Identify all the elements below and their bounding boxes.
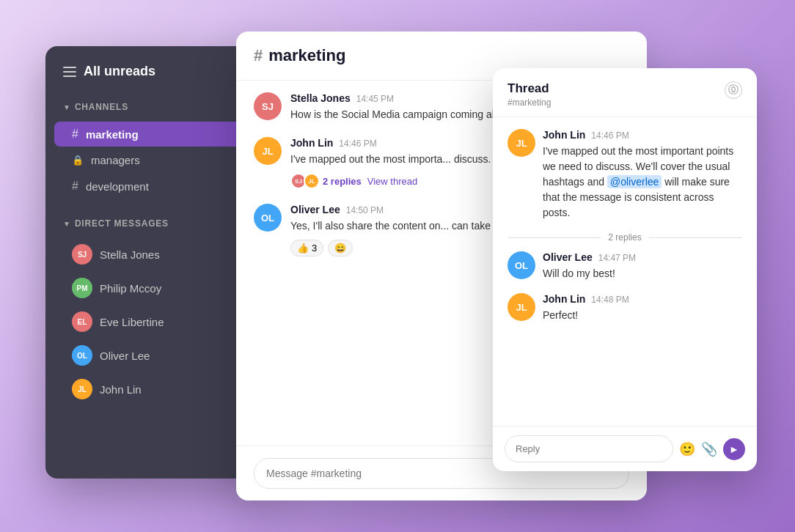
dm-name: John Lin [100,383,142,396]
message-time: 14:50 PM [346,205,384,215]
message-author: Stella Jones [290,92,351,104]
message-time: 14:45 PM [356,94,394,104]
thread-channel: #marketing [508,97,551,108]
thread-message-original: JL John Lin 14:46 PM I've mapped out the… [508,129,742,221]
sidebar-item-managers[interactable]: 🔒 managers [54,148,264,172]
hamburger-icon[interactable] [63,67,76,77]
thread-reply-oliver: OL Oliver Lee 14:47 PM Will do my best! [508,251,742,281]
message-time: 14:48 PM [591,295,629,305]
replies-count: 2 replies [323,176,362,187]
thread-close-button[interactable]: ⓪ [725,81,742,99]
avatar: JL [508,129,535,157]
dm-label: DIRECT MESSAGES [75,218,169,229]
thread-title: Thread [508,81,551,96]
dm-item-john[interactable]: JL John Lin [54,373,264,405]
channel-name: marketing [86,128,139,141]
reaction-thumbsup[interactable]: 👍 3 [290,240,323,256]
avatar: EL [72,311,92,332]
avatar: OL [508,251,535,279]
send-button[interactable]: ► [723,438,745,460]
dm-item-philip[interactable]: PM Philip Mccoy [54,272,264,304]
channel-title: marketing [268,46,345,65]
message-text: Will do my best! [543,266,742,281]
message-text: Perfect! [543,308,742,323]
avatar: JL [72,379,92,399]
message-author: John Lin [543,293,585,305]
dm-item-oliver[interactable]: OL Oliver Lee [54,339,264,372]
dm-name: Oliver Lee [100,350,150,362]
avatar: JL [508,293,535,321]
dm-name: Stella Jones [100,248,160,261]
thread-panel: Thread #marketing ⓪ JL John Lin 14:46 PM… [493,68,757,471]
view-thread-link[interactable]: View thread [367,176,417,187]
message-time: 14:46 PM [591,130,629,141]
dm-item-stella[interactable]: SJ Stella Jones [54,238,264,270]
emoji: 👍 [297,243,309,254]
hash-icon: # [72,128,78,141]
send-icon: ► [729,443,739,455]
message-text: I've mapped out the most important point… [543,144,742,221]
avatar: JL [254,137,282,165]
divider-text: 2 replies [601,232,648,243]
message-author: John Lin [290,137,333,149]
reaction-count: 3 [312,243,317,254]
reply-avatars: SJ JL [290,173,317,189]
hash-icon: # [254,46,263,65]
avatar: OL [72,345,92,366]
message-author: Oliver Lee [290,204,340,215]
scene: All unreads ▼ CHANNELS + # marketing 🔒 m… [31,24,764,508]
message-time: 14:47 PM [598,253,636,263]
channel-name: managers [91,154,140,166]
hash-icon: # [72,180,78,193]
emoji: 😄 [334,243,346,254]
message-author: Oliver Lee [543,251,593,263]
thread-messages: JL John Lin 14:46 PM I've mapped out the… [493,117,757,426]
thread-input-area: 🙂 📎 ► [493,426,757,471]
message-time: 14:46 PM [339,138,376,149]
channel-name: development [86,180,149,193]
replies-divider: 2 replies [508,232,742,243]
sidebar-item-marketing[interactable]: # marketing [54,122,264,147]
thread-reply-john: JL John Lin 14:48 PM Perfect! [508,293,742,323]
message-body: Oliver Lee 14:47 PM Will do my best! [543,251,742,281]
avatar: PM [72,278,92,298]
reaction-smile[interactable]: 😄 [328,240,353,256]
avatar: JL [304,173,320,189]
thread-header: Thread #marketing ⓪ [493,68,757,117]
message-body: John Lin 14:46 PM I've mapped out the mo… [543,129,742,221]
avatar: SJ [254,92,282,120]
channel-name-header: # marketing [254,46,629,65]
avatar: SJ [72,244,92,265]
dm-item-eve[interactable]: EL Eve Libertine [54,306,264,338]
chevron-icon: ▼ [63,103,70,111]
sidebar-item-development[interactable]: # development [54,174,264,199]
channels-label: CHANNELS [75,102,128,112]
emoji-icon[interactable]: 🙂 [679,441,695,457]
sidebar-title: All unreads [84,64,155,79]
chevron-icon: ▼ [63,220,70,228]
message-body: John Lin 14:48 PM Perfect! [543,293,742,323]
dm-name: Eve Libertine [100,316,164,328]
attachment-icon[interactable]: 📎 [701,441,717,457]
lock-icon: 🔒 [72,155,84,166]
dm-name: Philip Mccoy [100,282,161,295]
thread-reply-input[interactable] [505,435,673,462]
avatar: OL [254,204,282,232]
message-author: John Lin [543,129,585,141]
mention-oliverlee: @oliverlee [607,175,662,188]
